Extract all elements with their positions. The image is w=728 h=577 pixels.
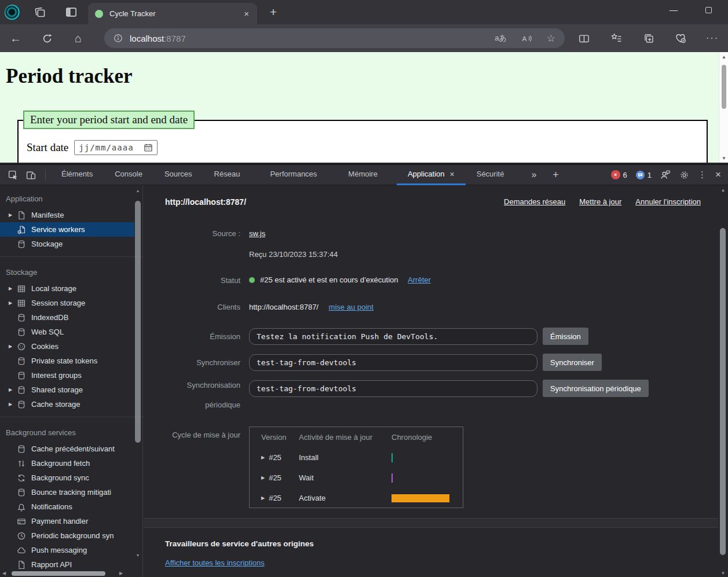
update-link[interactable]: Mettre à jour xyxy=(579,197,621,206)
sidebar-item-storage[interactable]: Stockage xyxy=(0,237,134,251)
more-tabs-icon[interactable]: » xyxy=(523,165,544,185)
add-tab-icon[interactable]: + xyxy=(544,165,567,185)
page-scrollbar-thumb[interactable] xyxy=(722,65,726,109)
translate-icon[interactable]: aあ xyxy=(495,33,507,43)
scroll-down-icon[interactable]: ▼ xyxy=(719,154,728,162)
sidebar-item-session-storage[interactable]: ▶ Session storage xyxy=(0,296,134,310)
sidebar-item-periodic-background-sync[interactable]: Periodic background syn xyxy=(0,528,134,543)
source-file-link[interactable]: sw.js xyxy=(249,229,265,238)
home-button[interactable]: ⌂ xyxy=(68,24,88,52)
cycle-row-activate[interactable]: ▶#25 Activate xyxy=(250,488,463,508)
inspect-element-icon[interactable] xyxy=(8,170,18,180)
sidebar-item-background-fetch[interactable]: Background fetch xyxy=(0,456,134,471)
tab-application-close-icon[interactable]: × xyxy=(450,170,455,179)
sidebar-item-manifest[interactable]: ▶ Manifeste xyxy=(0,208,134,222)
sidebar-item-cookies[interactable]: ▶ Cookies xyxy=(0,339,134,354)
sidebar-item-background-sync[interactable]: Background sync xyxy=(0,471,134,485)
sidebar-item-service-workers[interactable]: Service workers xyxy=(0,222,134,237)
expand-arrow-icon[interactable]: ▶ xyxy=(261,455,265,460)
unregister-link[interactable]: Annuler l’inscription xyxy=(635,197,701,206)
focus-link[interactable]: mise au point xyxy=(329,303,374,311)
sidebar-item-payment-handler[interactable]: Payment handler xyxy=(0,514,134,528)
tab-sources[interactable]: Sources xyxy=(153,165,203,185)
main-scrollbar[interactable]: ▲ ▼ xyxy=(718,185,728,577)
tab-close-icon[interactable]: × xyxy=(243,9,250,19)
start-date-input[interactable]: jj/mm/aaaa xyxy=(74,140,158,155)
sidebar-item-interest-groups[interactable]: Interest groups xyxy=(0,368,134,383)
expand-arrow-icon[interactable]: ▶ xyxy=(261,475,265,480)
sidebar-item-notifications[interactable]: Notifications xyxy=(0,499,134,514)
tab-elements[interactable]: Éléments xyxy=(50,165,104,185)
site-info-icon[interactable] xyxy=(114,34,123,43)
periodic-sync-input[interactable] xyxy=(249,380,537,397)
new-tab-button[interactable]: + xyxy=(265,4,281,20)
cycle-row-wait[interactable]: ▶#25 Wait xyxy=(250,468,463,488)
scroll-up-icon[interactable]: ▲ xyxy=(718,188,728,193)
sidebar-item-push-messaging[interactable]: Push messaging xyxy=(0,543,134,557)
favorite-star-icon[interactable]: ☆ xyxy=(547,32,555,45)
sidebar-item-indexeddb[interactable]: IndexedDB xyxy=(0,310,134,325)
browser-tab[interactable]: Cycle Tracker × xyxy=(88,3,257,24)
window-minimize-button[interactable]: — xyxy=(659,0,688,20)
sidebar-item-shared-storage[interactable]: ▶ Shared storage xyxy=(0,383,134,397)
sync-input[interactable] xyxy=(249,354,537,371)
tab-memory[interactable]: Mémoire xyxy=(337,165,389,185)
sidebar-scrollbar-thumb[interactable] xyxy=(135,201,141,443)
edge-logo[interactable] xyxy=(5,5,20,20)
expand-arrow-icon[interactable]: ▶ xyxy=(261,495,265,501)
tab-application[interactable]: Application × xyxy=(397,165,466,185)
tab-performance[interactable]: Performances xyxy=(259,165,328,185)
periodic-sync-button[interactable]: Synchronisation périodique xyxy=(543,380,649,397)
scroll-up-icon[interactable]: ▲ xyxy=(135,189,141,193)
split-screen-button[interactable] xyxy=(572,24,595,52)
push-button[interactable]: Émission xyxy=(543,328,588,345)
sidebar-item-back-forward-cache[interactable]: Cache précédent/suivant xyxy=(0,442,134,456)
see-all-registrations-link[interactable]: Afficher toutes les inscriptions xyxy=(165,558,265,567)
issues-badge[interactable]: 1 xyxy=(636,171,652,179)
cycle-row-install[interactable]: ▶#25 Install xyxy=(250,447,463,468)
stop-link[interactable]: Arrêter xyxy=(408,275,431,284)
sidebar-item-web-sql[interactable]: Web SQL xyxy=(0,325,134,339)
address-bar[interactable]: localhost :8787 aあ ☆ xyxy=(104,28,565,48)
read-aloud-icon[interactable] xyxy=(522,34,532,43)
back-button[interactable]: ← xyxy=(6,24,25,52)
tab-actions-icon[interactable] xyxy=(32,5,47,20)
favorites-button[interactable] xyxy=(605,24,628,52)
scroll-right-icon[interactable]: ▶ xyxy=(119,571,123,576)
expand-arrow-icon[interactable]: ▶ xyxy=(9,387,17,392)
push-input[interactable] xyxy=(249,328,537,345)
scroll-up-icon[interactable]: ▲ xyxy=(719,53,728,61)
browser-essentials-button[interactable] xyxy=(669,24,692,52)
calendar-icon[interactable] xyxy=(144,143,153,152)
devtools-close-icon[interactable]: × xyxy=(715,169,721,181)
devtools-settings-icon[interactable] xyxy=(679,170,689,180)
collections-button[interactable] xyxy=(637,24,660,52)
main-scrollbar-thumb[interactable] xyxy=(720,228,726,555)
window-maximize-button[interactable] xyxy=(694,0,723,20)
expand-arrow-icon[interactable]: ▶ xyxy=(9,286,17,291)
tab-network[interactable]: Réseau xyxy=(203,165,251,185)
reload-button[interactable] xyxy=(37,24,57,52)
expand-arrow-icon[interactable]: ▶ xyxy=(9,402,17,407)
network-requests-link[interactable]: Demandes réseau xyxy=(504,197,565,206)
page-scrollbar[interactable]: ▲ ▼ xyxy=(719,52,728,163)
tab-security[interactable]: Sécurité xyxy=(466,165,515,185)
sidebar-item-local-storage[interactable]: ▶ Local storage xyxy=(0,281,134,296)
sidebar-item-cache-storage[interactable]: ▶ Cache storage xyxy=(0,397,134,411)
scroll-left-icon[interactable]: ◀ xyxy=(2,571,6,576)
tab-console[interactable]: Console xyxy=(104,165,153,185)
sidebar-item-bounce-tracking[interactable]: Bounce tracking mitigati xyxy=(0,485,134,499)
sidebar-item-private-state-tokens[interactable]: Private state tokens xyxy=(0,354,134,368)
expand-arrow-icon[interactable]: ▶ xyxy=(9,344,17,349)
more-vertical-icon[interactable]: ⋮ xyxy=(698,170,707,180)
sync-button[interactable]: Synchroniser xyxy=(543,354,602,371)
feedback-icon[interactable] xyxy=(660,170,671,180)
settings-menu-button[interactable]: ··· xyxy=(701,24,724,52)
expand-arrow-icon[interactable]: ▶ xyxy=(9,300,17,306)
vertical-tabs-icon[interactable] xyxy=(64,5,79,20)
sidebar-horizontal-scrollbar[interactable]: ◀ ▶ xyxy=(0,569,129,577)
device-toolbar-icon[interactable] xyxy=(26,170,36,180)
scroll-down-icon[interactable]: ▼ xyxy=(718,571,728,576)
scroll-down-icon[interactable]: ▼ xyxy=(135,553,141,557)
sidebar-horizontal-thumb[interactable] xyxy=(12,571,105,576)
